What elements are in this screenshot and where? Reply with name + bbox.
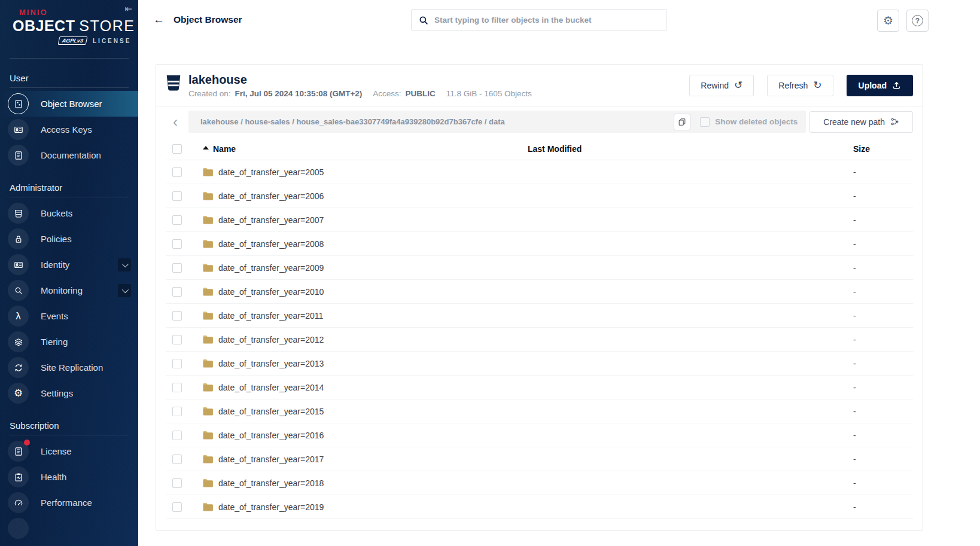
row-checkbox[interactable] bbox=[172, 407, 182, 416]
sidebar-item-label: Health bbox=[41, 472, 66, 482]
breadcrumb[interactable]: lakehouse / house-sales / house_sales-ba… bbox=[200, 117, 664, 126]
sidebar-item-object-browser[interactable]: Object Browser bbox=[0, 91, 138, 117]
object-name[interactable]: date_of_transfer_year=2016 bbox=[218, 431, 324, 440]
sidebar-item-performance[interactable]: Performance bbox=[0, 490, 138, 516]
table-row[interactable]: date_of_transfer_year=2006 - bbox=[166, 184, 913, 208]
object-name[interactable]: date_of_transfer_year=2008 bbox=[218, 239, 324, 249]
row-checkbox[interactable] bbox=[172, 383, 182, 392]
sidebar-item-access-keys[interactable]: Access Keys bbox=[0, 117, 138, 142]
row-checkbox[interactable] bbox=[172, 359, 182, 368]
row-checkbox[interactable] bbox=[172, 287, 182, 297]
object-name[interactable]: date_of_transfer_year=2019 bbox=[218, 502, 324, 512]
chevron-down-icon[interactable] bbox=[118, 284, 131, 297]
object-name[interactable]: date_of_transfer_year=2011 bbox=[218, 311, 323, 321]
search-input[interactable] bbox=[434, 16, 659, 25]
sidebar-section-subscription: Subscription bbox=[10, 420, 129, 431]
table-row[interactable]: date_of_transfer_year=2010 - bbox=[166, 280, 913, 304]
object-name[interactable]: date_of_transfer_year=2012 bbox=[218, 335, 324, 344]
copy-path-button[interactable] bbox=[674, 114, 690, 130]
table-row[interactable]: date_of_transfer_year=2018 - bbox=[166, 471, 913, 495]
sidebar-item-license[interactable]: License bbox=[0, 438, 138, 464]
sidebar-item-health[interactable]: Health bbox=[0, 464, 138, 490]
table-row[interactable]: date_of_transfer_year=2007 - bbox=[166, 208, 913, 232]
sidebar-item-policies[interactable]: Policies bbox=[0, 226, 138, 252]
page-title: Object Browser bbox=[174, 14, 242, 25]
row-checkbox[interactable] bbox=[172, 239, 182, 249]
sidebar-item-tiering[interactable]: Tiering bbox=[0, 329, 138, 355]
sidebar-item-partial bbox=[0, 516, 138, 541]
object-name[interactable]: date_of_transfer_year=2005 bbox=[218, 167, 324, 177]
navigate-up-icon[interactable]: ‹ bbox=[166, 111, 185, 133]
show-deleted-checkbox[interactable] bbox=[700, 117, 710, 127]
sidebar-item-documentation[interactable]: Documentation bbox=[0, 142, 138, 168]
table-row[interactable]: date_of_transfer_year=2009 - bbox=[166, 256, 913, 280]
table-row[interactable]: date_of_transfer_year=2017 - bbox=[166, 447, 913, 471]
object-name[interactable]: date_of_transfer_year=2009 bbox=[218, 263, 324, 273]
back-arrow-icon[interactable]: ← bbox=[153, 13, 165, 26]
row-checkbox[interactable] bbox=[172, 431, 182, 440]
table-row[interactable]: date_of_transfer_year=2019 - bbox=[166, 495, 913, 519]
object-name[interactable]: date_of_transfer_year=2014 bbox=[218, 383, 324, 392]
object-name[interactable]: date_of_transfer_year=2010 bbox=[218, 287, 324, 297]
table-row[interactable]: date_of_transfer_year=2011 - bbox=[166, 304, 913, 328]
table-row[interactable]: date_of_transfer_year=2016 - bbox=[166, 423, 913, 447]
rewind-button[interactable]: Rewind ↺ bbox=[689, 75, 754, 96]
object-name[interactable]: date_of_transfer_year=2015 bbox=[218, 407, 324, 416]
column-header-name[interactable]: Name bbox=[194, 144, 523, 154]
sidebar-item-site-replication[interactable]: Site Replication bbox=[0, 355, 138, 380]
create-new-path-button[interactable]: Create new path bbox=[809, 111, 913, 133]
sidebar-item-settings[interactable]: ⚙ Settings bbox=[0, 380, 138, 406]
row-checkbox[interactable] bbox=[172, 502, 182, 512]
performance-icon bbox=[8, 492, 29, 513]
row-checkbox[interactable] bbox=[172, 478, 182, 488]
column-header-modified[interactable]: Last Modified bbox=[523, 144, 848, 154]
folder-icon bbox=[203, 431, 213, 440]
access-value[interactable]: PUBLIC bbox=[406, 89, 436, 98]
bucket-meta: Created on: Fri, Jul 05 2024 10:35:08 (G… bbox=[188, 89, 536, 98]
license-row: AGPLv3 LICENSE bbox=[59, 36, 138, 45]
select-all-checkbox[interactable] bbox=[172, 144, 182, 154]
object-name[interactable]: date_of_transfer_year=2017 bbox=[218, 455, 324, 464]
table-row[interactable]: date_of_transfer_year=2014 - bbox=[166, 376, 913, 399]
object-name[interactable]: date_of_transfer_year=2006 bbox=[218, 191, 324, 201]
chevron-down-icon[interactable] bbox=[118, 258, 131, 272]
sidebar-item-label: Documentation bbox=[41, 150, 101, 160]
table-row[interactable]: date_of_transfer_year=2008 - bbox=[166, 232, 913, 256]
row-checkbox[interactable] bbox=[172, 215, 182, 225]
help-button[interactable]: ? bbox=[906, 10, 929, 32]
path-row: ‹ lakehouse / house-sales / house_sales-… bbox=[166, 111, 913, 133]
object-size: - bbox=[848, 167, 913, 177]
row-checkbox[interactable] bbox=[172, 455, 182, 464]
object-size: - bbox=[848, 478, 913, 488]
row-checkbox[interactable] bbox=[172, 263, 182, 273]
sidebar-item-label: Policies bbox=[41, 234, 72, 244]
column-header-size[interactable]: Size bbox=[848, 144, 913, 154]
sidebar-item-label: Site Replication bbox=[41, 362, 103, 373]
table-row[interactable]: date_of_transfer_year=2013 - bbox=[166, 352, 913, 376]
object-name[interactable]: date_of_transfer_year=2007 bbox=[218, 215, 324, 225]
object-size: - bbox=[848, 263, 913, 273]
row-checkbox[interactable] bbox=[172, 191, 182, 201]
table-row[interactable]: date_of_transfer_year=2012 - bbox=[166, 328, 913, 352]
upload-button[interactable]: Upload bbox=[847, 75, 913, 96]
table-row[interactable]: date_of_transfer_year=2015 - bbox=[166, 399, 913, 423]
refresh-button[interactable]: Refresh ↻ bbox=[767, 75, 833, 96]
sidebar-item-buckets[interactable]: Buckets bbox=[0, 200, 138, 226]
sidebar-item-monitoring[interactable]: Monitoring bbox=[0, 277, 138, 303]
back-navigation[interactable]: ← Object Browser bbox=[153, 13, 242, 26]
table-row[interactable]: date_of_transfer_year=2005 - bbox=[166, 160, 913, 184]
sidebar-item-identity[interactable]: Identity bbox=[0, 252, 138, 277]
settings-button[interactable]: ⚙ bbox=[877, 10, 899, 32]
row-checkbox[interactable] bbox=[172, 335, 182, 344]
sidebar-item-events[interactable]: λ Events bbox=[0, 303, 138, 329]
row-checkbox[interactable] bbox=[172, 311, 182, 321]
access-keys-icon bbox=[8, 119, 29, 140]
object-name[interactable]: date_of_transfer_year=2013 bbox=[218, 359, 324, 368]
object-name[interactable]: date_of_transfer_year=2018 bbox=[218, 478, 324, 488]
object-size: - bbox=[848, 311, 913, 321]
sort-ascending-icon bbox=[203, 146, 209, 150]
collapse-sidebar-icon[interactable]: ⇤ bbox=[124, 4, 132, 14]
refresh-label: Refresh bbox=[778, 81, 808, 90]
row-checkbox[interactable] bbox=[172, 167, 182, 177]
rewind-icon: ↺ bbox=[734, 80, 742, 90]
